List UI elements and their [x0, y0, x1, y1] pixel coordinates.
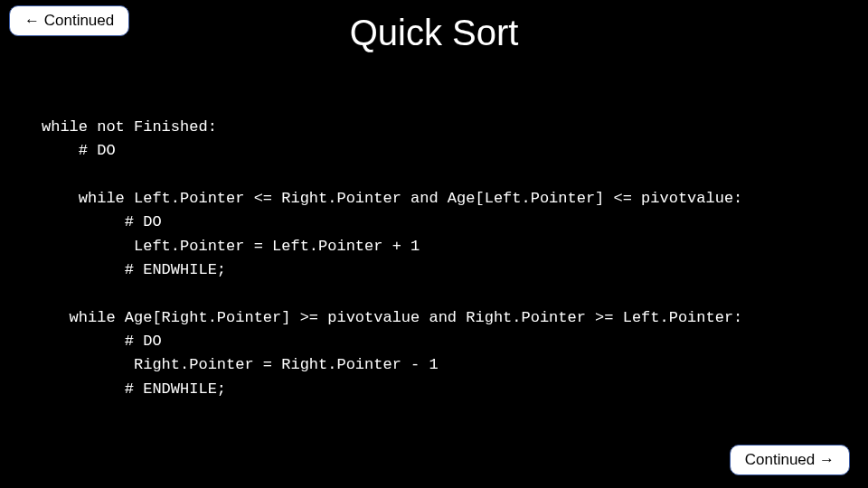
code-line: # DO [42, 142, 116, 159]
code-line: # DO [42, 213, 162, 230]
code-line: while Age[Right.Pointer] >= pivotvalue a… [42, 309, 742, 326]
code-block: while not Finished: # DO while Left.Poin… [42, 116, 850, 401]
next-button[interactable]: Continued → [730, 445, 850, 475]
arrow-right-icon: → [819, 451, 835, 468]
next-label: Continued [745, 451, 819, 468]
code-line: Right.Pointer = Right.Pointer - 1 [42, 356, 439, 373]
slide: ← Continued Quick Sort while not Finishe… [0, 0, 868, 488]
code-line: while Left.Pointer <= Right.Pointer and … [42, 190, 742, 207]
code-line: # DO [42, 333, 162, 350]
code-line: # ENDWHILE; [42, 380, 226, 398]
code-line: while not Finished: [42, 118, 217, 136]
code-line: Left.Pointer = Left.Pointer + 1 [42, 238, 420, 255]
code-line: # ENDWHILE; [42, 261, 226, 278]
page-title: Quick Sort [0, 13, 868, 53]
